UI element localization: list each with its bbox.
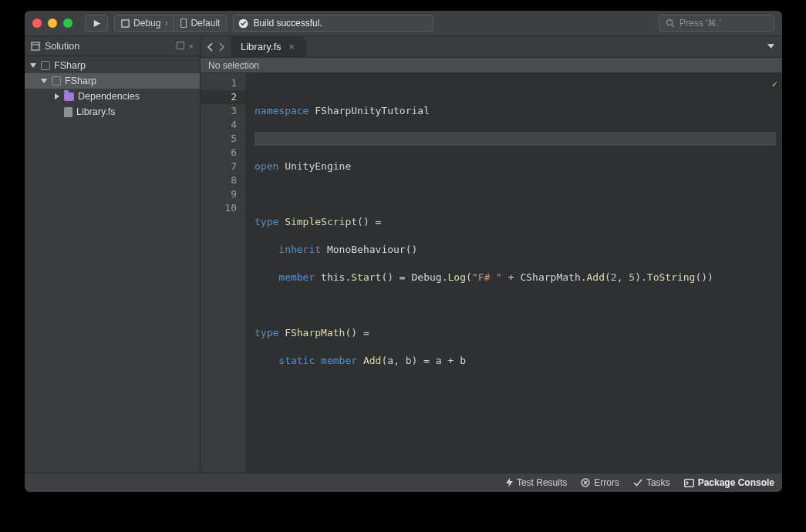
svg-marker-9	[30, 63, 36, 68]
tab-overflow-button[interactable]	[760, 36, 782, 57]
errors-pad[interactable]: Errors	[581, 477, 619, 488]
chevron-right-icon: ›	[164, 18, 167, 29]
solution-square-icon	[41, 61, 50, 70]
pad-close-icon[interactable]: ×	[189, 42, 194, 51]
play-icon	[93, 19, 101, 28]
line-number: 10	[201, 201, 237, 215]
tab-label: Library.fs	[241, 41, 282, 52]
breadcrumb-text: No selection	[208, 60, 259, 71]
line-gutter: 1 2 3 4 5 6 7 8 9 10	[201, 73, 247, 473]
svg-rect-2	[181, 19, 187, 28]
build-status[interactable]: Build successful.	[233, 15, 433, 32]
terminal-icon	[684, 479, 694, 487]
solution-tree: FSharp FSharp Dependencies	[25, 56, 200, 473]
nav-buttons	[201, 36, 231, 57]
statusbar: Test Results Errors Tasks Package Consol…	[25, 473, 782, 492]
tab-close-button[interactable]: ×	[289, 41, 295, 52]
svg-marker-0	[93, 19, 99, 26]
line-number: 6	[201, 146, 237, 160]
bolt-icon	[506, 478, 513, 487]
line-number: 3	[201, 104, 237, 118]
pad-controls: ×	[177, 42, 194, 51]
svg-marker-11	[55, 93, 59, 99]
svg-rect-6	[32, 42, 39, 50]
zoom-window-button[interactable]	[63, 19, 73, 28]
config-segment[interactable]: Debug ›	[115, 15, 174, 31]
search-placeholder: Press '⌘.'	[680, 18, 721, 29]
svg-point-4	[667, 20, 673, 25]
error-icon	[581, 478, 590, 487]
svg-line-5	[672, 25, 674, 27]
body: Solution × FSharp	[25, 36, 782, 473]
folder-icon	[64, 93, 74, 101]
solution-pad-header[interactable]: Solution ×	[25, 36, 200, 56]
tabstrip: Library.fs ×	[201, 36, 782, 58]
solution-icon	[31, 42, 40, 51]
tree-label: Library.fs	[76, 106, 115, 117]
package-console-pad[interactable]: Package Console	[684, 477, 774, 488]
status-text: Build successful.	[253, 18, 322, 29]
tasks-pad[interactable]: Tasks	[633, 477, 670, 488]
tree-file-node[interactable]: Library.fs	[25, 104, 200, 120]
test-results-pad[interactable]: Test Results	[506, 477, 567, 488]
svg-marker-13	[506, 478, 513, 487]
line-number: 4	[201, 118, 237, 132]
breadcrumb[interactable]: No selection	[201, 58, 782, 73]
tree-dependencies-node[interactable]: Dependencies	[25, 89, 200, 104]
chevron-down-icon	[40, 78, 48, 84]
tree-project-node[interactable]: FSharp	[25, 73, 200, 89]
ide-window: Debug › Default Build successful. Press …	[25, 11, 782, 492]
svg-marker-12	[767, 44, 774, 49]
minimize-window-button[interactable]	[48, 19, 57, 28]
line-number: 7	[201, 160, 237, 173]
analysis-ok-icon: ✓	[772, 77, 777, 91]
line-number: 5	[201, 132, 237, 146]
chevron-down-icon	[29, 62, 37, 69]
svg-rect-17	[684, 479, 693, 487]
solution-sidebar: Solution × FSharp	[25, 36, 201, 473]
line-number: 8	[201, 173, 237, 187]
tree-label: FSharp	[65, 76, 96, 86]
nav-back-button[interactable]	[207, 42, 214, 52]
toolbar: Debug › Default Build successful. Press …	[25, 11, 782, 36]
tree-label: FSharp	[54, 60, 86, 71]
window-controls	[32, 19, 73, 28]
nav-forward-button[interactable]	[218, 42, 225, 52]
run-config-selector[interactable]: Debug › Default	[114, 15, 227, 32]
editor-area: Library.fs × No selection 1 2 3 4 5 6	[201, 36, 782, 473]
editor-tab[interactable]: Library.fs ×	[231, 36, 306, 57]
code-editor[interactable]: 1 2 3 4 5 6 7 8 9 10 ✓ namespace FSharpU…	[201, 73, 782, 473]
solution-pad-title: Solution	[45, 41, 172, 52]
file-icon	[64, 107, 73, 117]
svg-marker-10	[41, 79, 47, 83]
line-number: 9	[201, 187, 237, 201]
target-segment[interactable]: Default	[174, 15, 226, 31]
search-icon	[666, 19, 675, 28]
tree-solution-node[interactable]: FSharp	[25, 58, 200, 73]
device-icon	[180, 19, 187, 28]
project-square-icon	[52, 76, 61, 86]
chevron-right-icon	[52, 93, 60, 99]
svg-rect-1	[122, 19, 129, 26]
check-icon	[633, 479, 642, 487]
success-icon	[238, 19, 248, 29]
code-content[interactable]: ✓ namespace FSharpUnityTutorial open Uni…	[247, 73, 782, 473]
line-number: 2	[201, 90, 246, 104]
target-label: Default	[191, 18, 220, 29]
config-label: Debug	[133, 18, 160, 29]
pad-autohide-icon[interactable]	[177, 42, 184, 51]
tree-label: Dependencies	[78, 91, 140, 102]
line-number: 1	[201, 76, 237, 90]
global-search[interactable]: Press '⌘.'	[659, 15, 774, 32]
stop-square-icon	[121, 19, 130, 28]
svg-rect-8	[177, 42, 184, 49]
close-window-button[interactable]	[32, 19, 42, 28]
run-button[interactable]	[85, 15, 108, 32]
